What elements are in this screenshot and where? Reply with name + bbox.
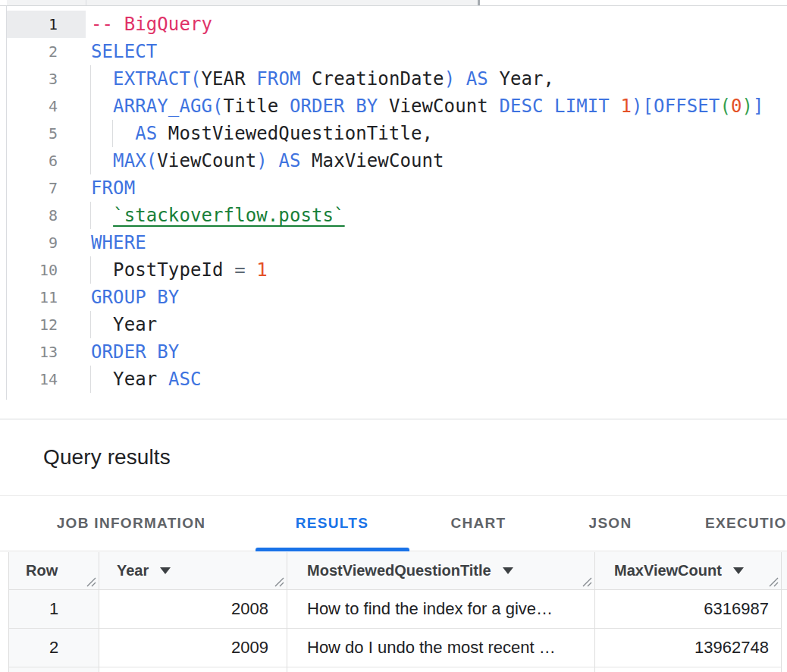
tab-execution-details[interactable]: EXECUTION DETAILS [705,496,787,551]
code-line[interactable]: ORDER BY [91,338,179,366]
column-header-row[interactable]: Row [9,552,99,590]
line-number[interactable]: 10 [6,256,58,284]
table-reference-link[interactable]: `stackoverflow.posts` [113,205,345,226]
code-token: WHERE [91,232,146,253]
code-line[interactable]: Year [91,311,157,338]
code-token: GROUP BY [91,287,179,308]
toolbar-divider-dark [478,0,480,5]
code-token: EXTRACT( [113,68,201,89]
code-token: DESC LIMIT [499,96,610,117]
year-cell: 2009 [99,629,287,667]
column-header-mostviewedquestiontitle[interactable]: MostViewedQuestionTitle [287,552,595,590]
code-token [91,259,113,281]
code-line[interactable]: SELECT [91,38,157,65]
bigquery-workspace: { "editor": { "active_line": 1, "lines":… [0,0,787,672]
line-number[interactable]: 5 [6,120,58,147]
table-header-row: RowYearMostViewedQuestionTitleMaxViewCou… [9,552,787,590]
code-line[interactable]: `stackoverflow.posts` [91,202,345,229]
code-token: Year [113,314,157,335]
code-line[interactable]: EXTRACT(YEAR FROM CreationDate) AS Year, [91,65,554,93]
indent-guide [90,65,91,174]
column-header-label: Row [26,562,58,579]
page-title: Query results [43,445,171,469]
caret-down-icon[interactable] [160,567,171,574]
code-token [91,96,113,117]
code-token: ViewCount [157,150,256,171]
code-token [610,96,621,117]
line-number[interactable]: 13 [6,338,58,366]
code-token [91,123,135,144]
indent-guide [90,202,91,229]
column-header-maxviewcount[interactable]: MaxViewCount [595,552,782,590]
code-token: ) [742,96,754,117]
code-line[interactable]: PostTypeId = 1 [91,256,268,284]
indent-guide [90,366,91,393]
row-filler [782,590,787,629]
column-header-label: MaxViewCount [614,562,722,579]
toolbar-divider [86,0,86,5]
code-token: PostTypeId [113,259,224,281]
code-token: FROM [91,177,135,199]
maxviewcount-cell: 6316987 [595,590,782,629]
line-number[interactable]: 2 [6,38,58,65]
caret-down-icon[interactable] [503,567,513,574]
line-number[interactable]: 14 [6,366,58,393]
resize-grip-icon[interactable] [86,577,96,587]
code-line[interactable]: FROM [91,174,135,202]
code-token: FROM [256,68,300,89]
line-number[interactable]: 6 [6,147,58,174]
title-cell: How to find the index for a give… [287,590,595,629]
row-number-cell: 2 [9,629,99,667]
tab-job-information[interactable]: JOB INFORMATION [57,496,205,551]
code-token: 1 [620,96,632,117]
tab-chart[interactable]: CHART [451,496,506,551]
code-line[interactable]: WHERE [91,229,146,256]
table-row[interactable]: 12008How to find the index for a give…63… [9,590,787,629]
line-number[interactable]: 1 [6,11,58,38]
code-token [224,259,235,281]
code-line[interactable]: MAX(ViewCount) AS MaxViewCount [91,147,444,174]
resize-grip-icon[interactable] [582,577,592,587]
year-cell: 2008 [99,590,287,629]
query-results-header: Query results [0,419,787,495]
code-token [91,205,113,226]
code-token: ORDER BY [290,96,378,117]
code-token [91,150,113,171]
line-number[interactable]: 9 [6,229,58,256]
code-token: 1 [256,259,268,281]
code-token: ViewCount [378,96,499,117]
maxviewcount-cell: 13962748 [595,629,782,667]
table-row[interactable]: 22009How do I undo the most recent …1396… [9,629,787,667]
resize-grip-icon[interactable] [274,577,284,587]
code-token: SELECT [91,41,157,62]
table-row-partial [9,667,787,672]
resize-grip-icon[interactable] [769,577,779,587]
tab-json[interactable]: JSON [589,496,632,551]
column-header-year[interactable]: Year [99,552,287,590]
code-token [91,68,113,89]
code-token: ( [720,96,731,117]
results-tabs: JOB INFORMATIONRESULTSCHARTJSONEXECUTION… [0,495,787,551]
row-filler [782,629,787,667]
code-line[interactable]: AS MostViewedQuestionTitle, [91,120,433,147]
tab-results[interactable]: RESULTS [296,496,368,551]
line-number[interactable]: 3 [6,65,58,93]
line-number[interactable]: 12 [6,311,58,338]
code-token [268,150,279,171]
line-number[interactable]: 4 [6,93,58,120]
line-number[interactable]: 8 [6,202,58,229]
code-token: YEAR [202,68,246,89]
code-line[interactable]: GROUP BY [91,284,179,311]
code-line[interactable]: ARRAY_AGG(Title ORDER BY ViewCount DESC … [91,93,764,120]
caret-down-icon[interactable] [733,567,744,574]
sql-editor[interactable]: 1234567891011121314 -- BigQuerySELECT EX… [0,6,787,400]
row-number-cell: 1 [9,590,99,629]
code-token: MaxViewCount [301,150,444,171]
code-line[interactable]: -- BigQuery [91,11,212,38]
code-token: -- BigQuery [91,14,212,35]
line-number[interactable]: 7 [6,174,58,202]
line-number[interactable]: 11 [6,284,58,311]
code-token: MAX( [113,150,157,171]
code-token: 0 [731,96,742,117]
code-line[interactable]: Year ASC [91,366,202,393]
